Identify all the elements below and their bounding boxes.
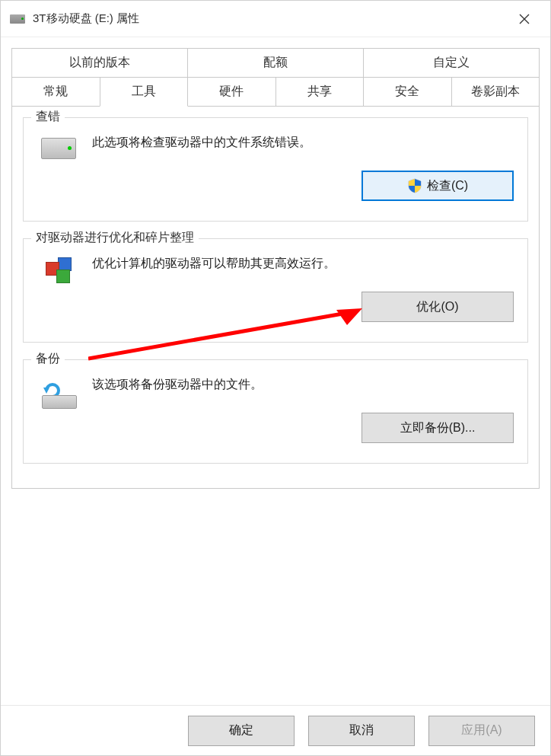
close-button[interactable] xyxy=(508,2,541,36)
tab-tools[interactable]: 工具 xyxy=(100,77,189,107)
group-optimize: 对驱动器进行优化和碎片整理 优化计算机的驱动器可以帮助其更高效运行。 优化(O xyxy=(23,238,528,343)
ok-button[interactable]: 确定 xyxy=(188,716,295,746)
dialog-body: 以前的版本 配额 自定义 常规 工具 硬件 共享 安全 卷影副本 查错 xyxy=(1,37,550,705)
titlebar: 3T移动硬盘 (E:) 属性 xyxy=(1,1,550,37)
group-title-optimize: 对驱动器进行优化和碎片整理 xyxy=(31,230,199,246)
check-button[interactable]: 检查(C) xyxy=(361,171,514,201)
tab-content: 查错 此选项将检查驱动器中的文件系统错误。 xyxy=(11,107,540,489)
optimize-description: 优化计算机的驱动器可以帮助其更高效运行。 xyxy=(92,256,514,272)
group-backup: 备份 该选项将备份驱动器中的文件。 立即备份 xyxy=(23,359,528,464)
svg-marker-2 xyxy=(43,388,49,394)
optimize-button[interactable]: 优化(O) xyxy=(361,292,514,322)
dialog-footer: 确定 取消 应用(A) xyxy=(1,705,550,755)
tab-quota[interactable]: 配额 xyxy=(187,48,364,77)
drive-icon xyxy=(10,14,25,24)
shield-icon xyxy=(407,178,422,193)
apply-button: 应用(A) xyxy=(428,716,535,746)
tab-hardware[interactable]: 硬件 xyxy=(187,77,276,107)
backup-description: 该选项将备份驱动器中的文件。 xyxy=(92,377,514,393)
tab-sharing[interactable]: 共享 xyxy=(276,77,365,107)
backup-icon xyxy=(39,380,78,410)
properties-dialog: 3T移动硬盘 (E:) 属性 以前的版本 配额 自定义 常规 工具 硬件 共享 … xyxy=(0,0,551,756)
group-title-check: 查错 xyxy=(31,109,65,125)
check-button-label: 检查(C) xyxy=(427,178,468,194)
defrag-icon xyxy=(43,259,75,291)
check-description: 此选项将检查驱动器中的文件系统错误。 xyxy=(92,135,514,151)
backup-button[interactable]: 立即备份(B)... xyxy=(361,413,514,443)
tab-customize[interactable]: 自定义 xyxy=(363,48,540,77)
window-title: 3T移动硬盘 (E:) 属性 xyxy=(33,11,508,26)
tab-shadow-copies[interactable]: 卷影副本 xyxy=(451,77,540,107)
group-error-checking: 查错 此选项将检查驱动器中的文件系统错误。 xyxy=(23,117,528,222)
close-icon xyxy=(519,14,530,24)
optimize-button-label: 优化(O) xyxy=(416,299,458,315)
hdd-icon xyxy=(41,138,76,159)
group-title-backup: 备份 xyxy=(31,351,65,367)
backup-button-label: 立即备份(B)... xyxy=(400,420,476,436)
tab-security[interactable]: 安全 xyxy=(363,77,452,107)
tab-general[interactable]: 常规 xyxy=(11,77,100,107)
tab-previous-versions[interactable]: 以前的版本 xyxy=(11,48,188,77)
tabs: 以前的版本 配额 自定义 常规 工具 硬件 共享 安全 卷影副本 查错 xyxy=(11,48,540,489)
cancel-button[interactable]: 取消 xyxy=(308,716,415,746)
